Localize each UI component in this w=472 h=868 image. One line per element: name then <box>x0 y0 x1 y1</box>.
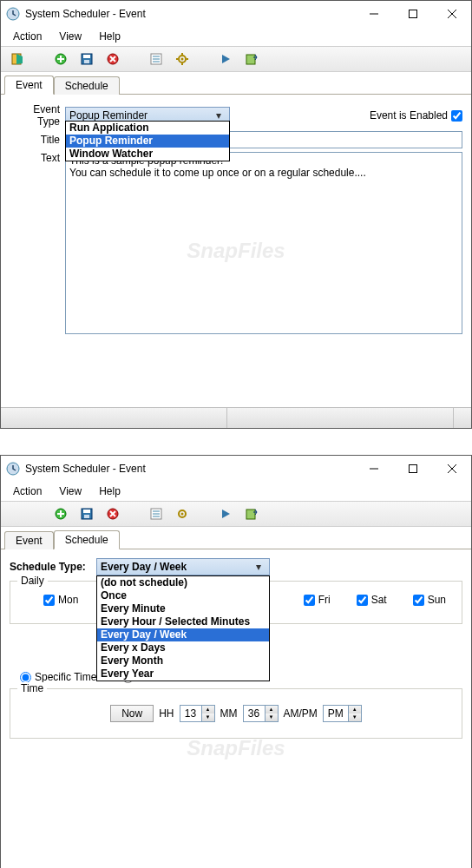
event-type-option-popup[interactable]: Popup Reminder <box>66 135 229 148</box>
schedule-opt-minute[interactable]: Every Minute <box>97 602 269 615</box>
titlebar: System Scheduler - Event <box>1 456 471 482</box>
svg-rect-21 <box>246 55 255 64</box>
svg-point-37 <box>181 513 184 516</box>
ampm-input[interactable] <box>323 705 349 722</box>
toolbar-settings-icon[interactable] <box>170 503 194 524</box>
up-icon[interactable]: ▲ <box>202 706 214 713</box>
menu-view[interactable]: View <box>50 483 90 499</box>
day-sat[interactable]: Sat <box>357 594 387 606</box>
close-button[interactable] <box>432 456 471 482</box>
radio-specific-time[interactable]: Specific Time <box>20 671 96 683</box>
svg-rect-38 <box>246 510 255 519</box>
toolbar-delete-icon[interactable] <box>101 503 125 524</box>
event-type-option-run[interactable]: Run Application <box>66 122 229 135</box>
schedule-opt-month[interactable]: Every Month <box>97 654 269 667</box>
label-ampm: AM/PM <box>284 707 318 720</box>
mm-input[interactable] <box>243 705 266 722</box>
schedule-opt-none[interactable]: (do not schedule) <box>97 576 269 589</box>
event-type-dropdown[interactable]: Run Application Popup Reminder Window Wa… <box>65 121 230 161</box>
event-enabled-label: Event is Enabled <box>370 109 448 122</box>
window-title: System Scheduler - Event <box>25 8 354 20</box>
toolbar-save-icon[interactable] <box>75 503 99 524</box>
schedule-opt-year[interactable]: Every Year <box>97 667 269 681</box>
menu-action[interactable]: Action <box>4 483 50 499</box>
minimize-button[interactable] <box>354 1 393 27</box>
toolbar-export-icon[interactable] <box>239 49 264 69</box>
close-button[interactable] <box>432 1 471 27</box>
toolbar <box>1 46 471 72</box>
schedule-type-dropdown[interactable]: (do not schedule) Once Every Minute Ever… <box>96 575 270 681</box>
schedule-opt-once[interactable]: Once <box>97 589 269 602</box>
time-fieldset: Time Now HH ▲▼ MM ▲▼ AM/PM ▲▼ <box>10 688 462 739</box>
schedule-type-value: Every Day / Week <box>101 561 187 573</box>
svg-rect-2 <box>409 10 416 18</box>
toolbar-exit-icon[interactable] <box>5 49 30 69</box>
toolbar-list-icon[interactable] <box>144 503 168 524</box>
up-icon[interactable]: ▲ <box>349 706 361 713</box>
menu-action[interactable]: Action <box>4 29 50 44</box>
toolbar-delete-icon[interactable] <box>101 49 125 69</box>
ampm-spinner[interactable]: ▲▼ <box>323 705 362 722</box>
label-mm: MM <box>220 707 238 720</box>
tabbar: Event Schedule <box>1 527 471 549</box>
label-schedule-type: Schedule Type: <box>10 561 96 573</box>
tab-event[interactable]: Event <box>4 531 54 549</box>
down-icon[interactable]: ▼ <box>349 713 361 721</box>
tab-schedule[interactable]: Schedule <box>54 76 120 95</box>
titlebar: System Scheduler - Event <box>1 1 471 27</box>
schedule-opt-day[interactable]: Every Day / Week <box>97 628 269 641</box>
schedule-opt-hour[interactable]: Every Hour / Selected Minutes <box>97 615 269 628</box>
svg-rect-8 <box>83 55 90 58</box>
day-sun[interactable]: Sun <box>413 594 446 606</box>
event-enabled-checkbox[interactable]: Event is Enabled <box>370 109 462 122</box>
toolbar-add-icon[interactable] <box>49 49 73 69</box>
toolbar-add-icon[interactable] <box>49 503 73 524</box>
day-mon[interactable]: Mon <box>43 594 78 606</box>
menubar: Action View Help <box>1 27 471 46</box>
svg-point-16 <box>181 58 184 61</box>
event-type-option-watcher[interactable]: Window Watcher <box>66 148 229 161</box>
content-schedule: Schedule Type: Every Day / Week ▾ (do no… <box>1 549 471 868</box>
day-fri[interactable]: Fri <box>304 594 331 606</box>
down-icon[interactable]: ▼ <box>202 713 214 721</box>
watermark: SnapFiles <box>187 736 285 760</box>
hh-spinner[interactable]: ▲▼ <box>180 705 215 722</box>
menubar: Action View Help <box>1 482 471 501</box>
event-enabled-input[interactable] <box>451 110 462 122</box>
toolbar-run-icon[interactable] <box>213 49 238 69</box>
now-button[interactable]: Now <box>110 705 154 722</box>
toolbar-list-icon[interactable] <box>144 49 168 69</box>
maximize-button[interactable] <box>393 1 432 27</box>
schedule-type-combo[interactable]: Every Day / Week ▾ <box>96 558 270 575</box>
maximize-button[interactable] <box>393 456 432 482</box>
svg-rect-30 <box>84 515 89 518</box>
toolbar-run-icon[interactable] <box>213 503 238 524</box>
content-event: Event Type Popup Reminder ▾ Event is Ena… <box>1 95 471 407</box>
tab-schedule[interactable]: Schedule <box>54 530 120 549</box>
menu-help[interactable]: Help <box>90 483 129 499</box>
app-icon <box>6 7 20 21</box>
down-icon[interactable]: ▼ <box>266 713 278 721</box>
mm-spinner[interactable]: ▲▼ <box>243 705 279 722</box>
statusbar <box>1 407 471 428</box>
toolbar-save-icon[interactable] <box>75 49 99 69</box>
svg-rect-24 <box>409 465 416 473</box>
minimize-button[interactable] <box>354 456 393 482</box>
up-icon[interactable]: ▲ <box>266 706 278 713</box>
window-schedule: System Scheduler - Event Action View Hel… <box>0 455 472 868</box>
label-hh: HH <box>159 707 174 720</box>
toolbar-settings-icon[interactable] <box>170 49 194 69</box>
chevron-down-icon: ▾ <box>212 109 226 122</box>
menu-help[interactable]: Help <box>90 29 129 44</box>
schedule-opt-xdays[interactable]: Every x Days <box>97 641 269 654</box>
hh-input[interactable] <box>180 705 202 722</box>
svg-rect-9 <box>84 60 89 63</box>
chevron-down-icon: ▾ <box>252 561 266 573</box>
menu-view[interactable]: View <box>50 29 90 44</box>
toolbar <box>1 501 471 527</box>
text-textarea[interactable]: This is a sample popup reminder! You can… <box>65 152 462 334</box>
window-title: System Scheduler - Event <box>25 463 354 475</box>
toolbar-export-icon[interactable] <box>239 503 264 524</box>
tabbar: Event Schedule <box>1 72 471 95</box>
tab-event[interactable]: Event <box>4 76 54 95</box>
